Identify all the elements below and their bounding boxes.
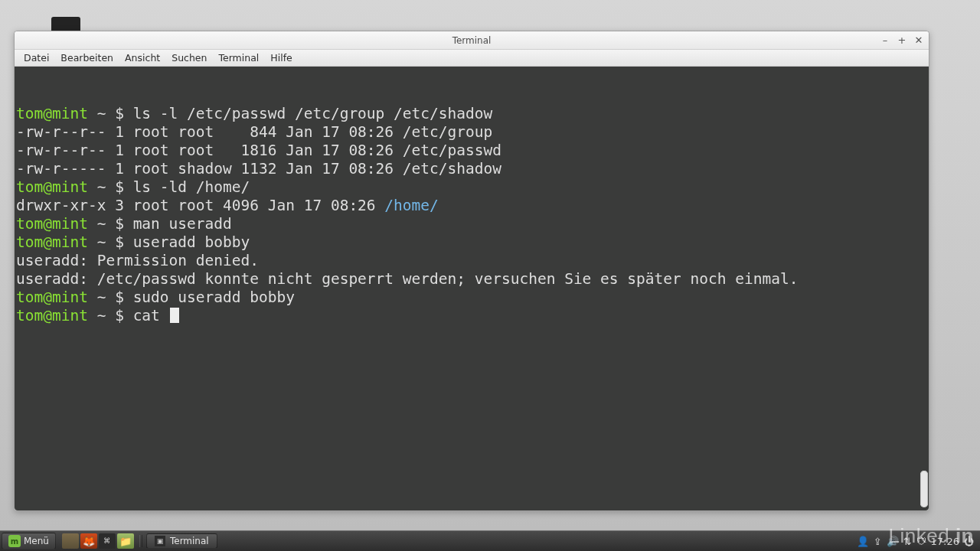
system-tray: 👤 ⇪ 🔊 ⇅ 🛡 17:26 ⏻ bbox=[852, 536, 978, 547]
menu-item-search[interactable]: Suchen bbox=[167, 51, 211, 65]
window-titlebar[interactable]: Terminal – + ✕ bbox=[15, 31, 929, 50]
window-minimize-button[interactable]: – bbox=[878, 33, 892, 47]
command-text: ls -ld /home/ bbox=[133, 178, 250, 196]
menu-item-help[interactable]: Hilfe bbox=[266, 51, 296, 65]
prompt-separator: ~ $ bbox=[88, 215, 133, 233]
taskbar-entry-label: Terminal bbox=[170, 536, 209, 546]
terminal-line: tom@mint ~ $ useradd bobby bbox=[16, 233, 927, 252]
path-link: /home/ bbox=[384, 197, 438, 214]
prompt-userhost: tom@mint bbox=[16, 289, 88, 306]
terminal-line: useradd: Permission denied. bbox=[16, 252, 927, 270]
prompt-userhost: tom@mint bbox=[16, 307, 88, 324]
terminal-line: -rw-r--r-- 1 root root 844 Jan 17 08:26 … bbox=[16, 123, 927, 142]
terminal-line: -rw-r--r-- 1 root root 1816 Jan 17 08:26… bbox=[16, 142, 927, 160]
network-icon[interactable]: ⇅ bbox=[903, 536, 912, 547]
terminal-line: useradd: /etc/passwd konnte nicht gesper… bbox=[16, 270, 927, 289]
terminal-launcher[interactable]: ⌘ bbox=[99, 533, 116, 549]
panel-app-stub bbox=[51, 17, 80, 31]
prompt-separator: ~ $ bbox=[88, 233, 133, 251]
taskbar-entry-terminal[interactable]: ▣ Terminal bbox=[146, 533, 217, 549]
terminal-line: tom@mint ~ $ sudo useradd bobby bbox=[16, 289, 927, 307]
terminal-line: tom@mint ~ $ ls -l /etc/passwd /etc/grou… bbox=[16, 105, 927, 123]
terminal-window: Terminal – + ✕ Datei Bearbeiten Ansicht … bbox=[14, 31, 929, 511]
logout-icon[interactable]: ⏻ bbox=[964, 536, 974, 547]
clock[interactable]: 17:26 bbox=[931, 536, 959, 547]
terminal-line: drwxr-xr-x 3 root root 4096 Jan 17 08:26… bbox=[16, 197, 927, 215]
menubar: Datei Bearbeiten Ansicht Suchen Terminal… bbox=[15, 50, 929, 67]
mint-logo-icon: m bbox=[8, 535, 21, 547]
window-close-button[interactable]: ✕ bbox=[912, 33, 926, 47]
prompt-userhost: tom@mint bbox=[16, 233, 88, 251]
menu-item-view[interactable]: Ansicht bbox=[120, 51, 165, 65]
command-text: cat bbox=[133, 307, 169, 324]
show-desktop-button[interactable] bbox=[62, 533, 79, 549]
command-text: sudo useradd bobby bbox=[133, 289, 295, 306]
prompt-separator: ~ $ bbox=[88, 307, 133, 324]
prompt-userhost: tom@mint bbox=[16, 105, 88, 122]
updates-icon[interactable]: ⇪ bbox=[874, 536, 882, 547]
menu-item-edit[interactable]: Bearbeiten bbox=[56, 51, 118, 65]
window-controls: – + ✕ bbox=[878, 33, 926, 47]
scrollbar-thumb[interactable] bbox=[920, 471, 928, 507]
prompt-userhost: tom@mint bbox=[16, 215, 88, 233]
start-menu-label: Menü bbox=[24, 536, 49, 546]
terminal-line: tom@mint ~ $ cat bbox=[16, 307, 927, 325]
taskbar: m Menü 🦊 ⌘ 📁 ▣ Terminal 👤 ⇪ 🔊 ⇅ 🛡 17:26 … bbox=[0, 531, 980, 551]
command-text: ls -l /etc/passwd /etc/group /etc/shadow bbox=[133, 105, 493, 122]
files-launcher[interactable]: 📁 bbox=[117, 533, 134, 549]
terminal-line: -rw-r----- 1 root shadow 1132 Jan 17 08:… bbox=[16, 160, 927, 178]
prompt-userhost: tom@mint bbox=[16, 178, 88, 196]
cursor bbox=[170, 308, 179, 323]
shield-icon[interactable]: 🛡 bbox=[916, 536, 926, 547]
firefox-launcher[interactable]: 🦊 bbox=[80, 533, 97, 549]
prompt-separator: ~ $ bbox=[88, 105, 133, 122]
command-text: useradd bobby bbox=[133, 233, 250, 251]
command-text: man useradd bbox=[133, 215, 232, 233]
taskbar-divider bbox=[139, 535, 142, 547]
menu-item-terminal[interactable]: Terminal bbox=[214, 51, 263, 65]
window-maximize-button[interactable]: + bbox=[895, 33, 909, 47]
user-icon[interactable]: 👤 bbox=[857, 536, 869, 547]
menu-item-file[interactable]: Datei bbox=[19, 51, 54, 65]
terminal-icon: ▣ bbox=[155, 536, 165, 546]
terminal-line: tom@mint ~ $ man useradd bbox=[16, 215, 927, 233]
window-title: Terminal bbox=[452, 35, 492, 46]
quicklaunch: 🦊 ⌘ 📁 bbox=[62, 533, 134, 549]
terminal-line: tom@mint ~ $ ls -ld /home/ bbox=[16, 178, 927, 197]
volume-icon[interactable]: 🔊 bbox=[887, 536, 899, 547]
start-menu-button[interactable]: m Menü bbox=[2, 533, 56, 549]
terminal-area[interactable]: tom@mint ~ $ ls -l /etc/passwd /etc/grou… bbox=[15, 67, 929, 510]
prompt-separator: ~ $ bbox=[88, 289, 133, 306]
prompt-separator: ~ $ bbox=[88, 178, 133, 196]
